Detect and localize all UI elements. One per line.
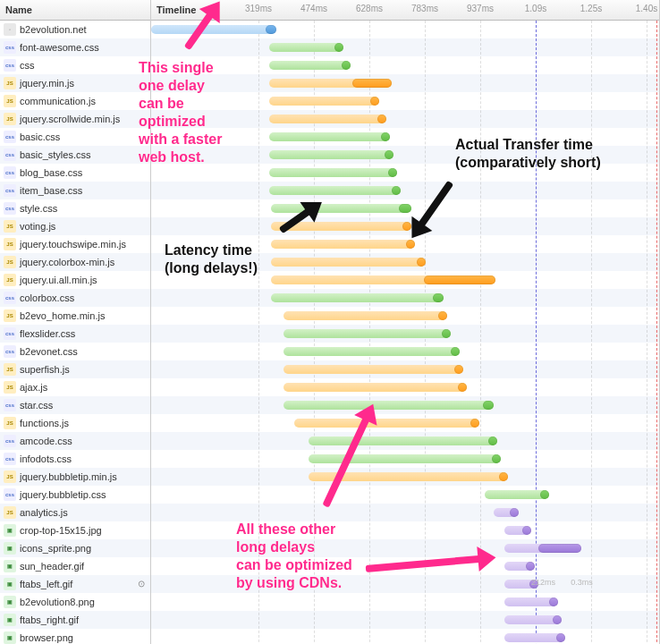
- reveal-icon[interactable]: ⊙: [138, 579, 145, 589]
- timeline-row[interactable]: [151, 450, 659, 468]
- css-file-icon: css: [4, 41, 16, 54]
- file-row[interactable]: cssstyle.css: [0, 199, 150, 217]
- file-row[interactable]: JSfunctions.js: [0, 414, 150, 432]
- img-file-icon: ▣: [4, 614, 16, 626]
- timeline-row[interactable]: [151, 629, 659, 644]
- timeline-row[interactable]: [151, 289, 659, 307]
- timeline-row[interactable]: [151, 271, 659, 289]
- timeline-row[interactable]: [151, 217, 659, 235]
- file-row[interactable]: ◦b2evolution.net: [0, 21, 150, 38]
- timeline-row[interactable]: [151, 378, 659, 396]
- timeline-row[interactable]: [151, 396, 659, 414]
- timeline-row[interactable]: [151, 235, 659, 253]
- file-row[interactable]: cssbasic_styles.css: [0, 146, 150, 164]
- transfer-bar: [352, 79, 392, 88]
- timeline-row[interactable]: [151, 593, 659, 611]
- file-row[interactable]: cssinfodots.css: [0, 450, 150, 468]
- file-row[interactable]: cssitem_base.css: [0, 182, 150, 199]
- timeline-row[interactable]: [151, 182, 659, 199]
- timeline-row[interactable]: [151, 56, 659, 74]
- latency-bar: [309, 472, 508, 481]
- file-name: jquery.ui.all.min.js: [20, 275, 97, 285]
- js-file-icon: JS: [4, 238, 16, 250]
- file-row[interactable]: JScommunication.js: [0, 92, 150, 110]
- timeline-row[interactable]: [151, 199, 659, 217]
- timeline-row[interactable]: [151, 414, 659, 432]
- file-row[interactable]: cssbasic.css: [0, 128, 150, 146]
- css-file-icon: css: [4, 488, 16, 501]
- img-file-icon: ▣: [4, 560, 16, 572]
- timeline-row[interactable]: [151, 74, 659, 92]
- js-file-icon: JS: [4, 381, 16, 394]
- transfer-bar: [538, 544, 581, 553]
- timeline-row[interactable]: [151, 343, 659, 360]
- file-row[interactable]: cssfont-awesome.css: [0, 38, 150, 56]
- file-row[interactable]: cssblog_base.css: [0, 164, 150, 182]
- file-row[interactable]: JSjquery.scrollwide.min.js: [0, 110, 150, 128]
- file-row[interactable]: cssamcode.css: [0, 432, 150, 450]
- transfer-bar: [334, 43, 343, 52]
- timeline-row[interactable]: 212ms0.3ms: [151, 575, 659, 593]
- file-row[interactable]: JSsuperfish.js: [0, 360, 150, 378]
- timeline-row[interactable]: [151, 539, 659, 557]
- timeline-row[interactable]: [151, 307, 659, 325]
- file-row[interactable]: cssb2evonet.css: [0, 343, 150, 360]
- header-name[interactable]: Name: [0, 0, 150, 21]
- timeline-row[interactable]: [151, 486, 659, 504]
- timeline-row[interactable]: [151, 432, 659, 450]
- timeline-row[interactable]: [151, 128, 659, 146]
- transfer-bar: [392, 186, 401, 195]
- timeline-row[interactable]: [151, 521, 659, 539]
- transfer-bar: [458, 383, 467, 392]
- timeline-row[interactable]: [151, 325, 659, 343]
- file-row[interactable]: ▣browser.png: [0, 629, 150, 644]
- file-row[interactable]: JSjquery.bubbletip.min.js: [0, 468, 150, 486]
- header-timeline[interactable]: Timeline 319ms474ms628ms783ms937ms1.09s1…: [151, 0, 659, 21]
- tick-label: 783ms: [411, 4, 438, 13]
- file-row[interactable]: csscolorbox.css: [0, 289, 150, 307]
- file-name: functions.js: [20, 418, 69, 428]
- file-row[interactable]: JSjquery.ui.all.min.js: [0, 271, 150, 289]
- css-file-icon: css: [4, 166, 16, 179]
- file-row[interactable]: JSjquery.colorbox-min.js: [0, 253, 150, 271]
- file-row[interactable]: cssjquery.bubbletip.css: [0, 486, 150, 504]
- file-row[interactable]: JSanalytics.js: [0, 504, 150, 521]
- file-row[interactable]: JSb2evo_home.min.js: [0, 307, 150, 325]
- timeline-row[interactable]: [151, 504, 659, 521]
- img-file-icon: ▣: [4, 542, 16, 555]
- file-row[interactable]: JSvoting.js: [0, 217, 150, 235]
- file-row[interactable]: csscss: [0, 56, 150, 74]
- file-row[interactable]: JSjquery.touchswipe.min.js: [0, 235, 150, 253]
- latency-bar: [269, 61, 350, 70]
- js-file-icon: JS: [4, 95, 16, 107]
- file-row[interactable]: ▣sun_header.gif: [0, 557, 150, 575]
- timeline-row[interactable]: [151, 110, 659, 128]
- transfer-bar: [483, 401, 494, 410]
- timeline-row[interactable]: [151, 468, 659, 486]
- css-file-icon: css: [4, 435, 16, 447]
- file-row[interactable]: ▣crop-top-15x15.jpg: [0, 521, 150, 539]
- name-column: Name ◦b2evolution.netcssfont-awesome.css…: [0, 0, 151, 644]
- file-name: star.css: [20, 400, 53, 411]
- timeline-row[interactable]: [151, 92, 659, 110]
- timeline-row[interactable]: [151, 253, 659, 271]
- timeline-row[interactable]: [151, 611, 659, 629]
- timeline-row[interactable]: [151, 360, 659, 378]
- file-row[interactable]: ▣ftabs_right.gif: [0, 611, 150, 629]
- timeline-row[interactable]: [151, 38, 659, 56]
- timeline-row[interactable]: [151, 21, 659, 38]
- timeline-row[interactable]: [151, 164, 659, 182]
- file-row[interactable]: ▣icons_sprite.png: [0, 539, 150, 557]
- file-row[interactable]: JSajax.js: [0, 378, 150, 396]
- file-row[interactable]: cssflexslider.css: [0, 325, 150, 343]
- file-row[interactable]: cssstar.css: [0, 396, 150, 414]
- css-file-icon: css: [4, 59, 16, 72]
- file-row[interactable]: JSjquery.min.js: [0, 74, 150, 92]
- timeline-row[interactable]: [151, 146, 659, 164]
- css-file-icon: css: [4, 148, 16, 161]
- file-row[interactable]: ▣ftabs_left.gif⊙: [0, 575, 150, 593]
- latency-bar: [269, 132, 389, 141]
- timeline-row[interactable]: [151, 557, 659, 575]
- file-name: sun_header.gif: [20, 561, 84, 572]
- file-row[interactable]: ▣b2evolution8.png: [0, 593, 150, 611]
